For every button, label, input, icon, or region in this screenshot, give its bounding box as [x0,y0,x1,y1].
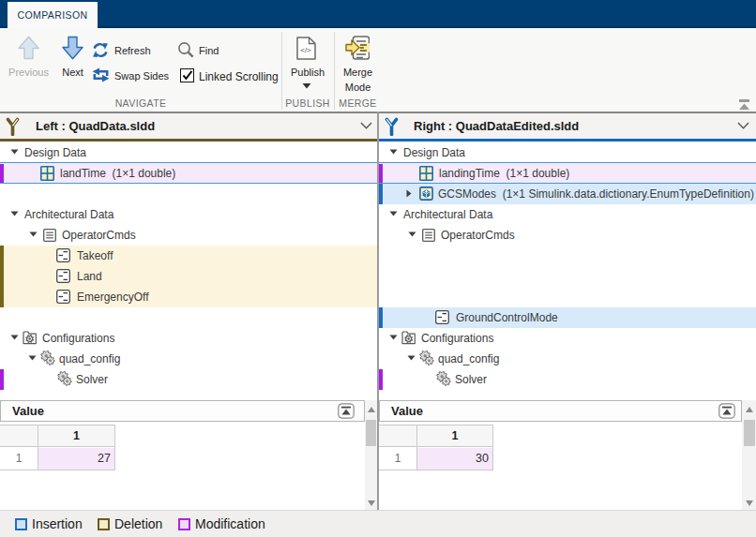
svg-text:</>: </> [300,46,311,54]
